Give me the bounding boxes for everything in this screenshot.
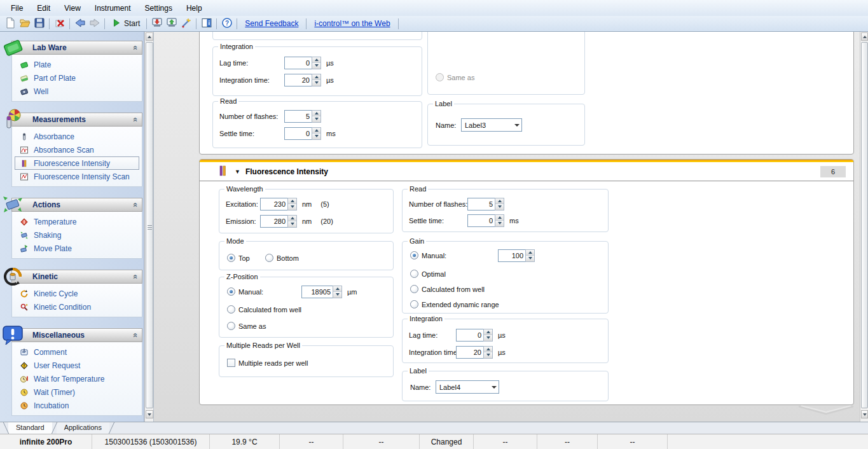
sidebar-item-fluorescence-intensity[interactable]: Fluorescence Intensity — [15, 156, 139, 170]
open-button[interactable] — [17, 17, 32, 31]
sidebar-item-absorbance[interactable]: Absorbance — [15, 130, 139, 143]
help-button[interactable]: ? — [219, 17, 234, 31]
integration-time-value[interactable]: 20 — [284, 74, 312, 86]
upload-from-instrument-button[interactable] — [164, 17, 179, 31]
spin-down-button[interactable] — [484, 335, 492, 341]
zpos-same-as-radio[interactable] — [227, 322, 235, 330]
sidebar-item-wait-for-temperature[interactable]: Wait for Temperature — [15, 372, 139, 385]
section-header-kinetic[interactable]: Kinetic « — [11, 270, 142, 284]
lag-time-spinner[interactable]: 0 — [456, 329, 493, 342]
integration-time-value[interactable]: 20 — [456, 346, 483, 359]
sidebar-item-absorbance-scan[interactable]: Absorbance Scan — [15, 143, 139, 156]
main-scrollbar[interactable] — [860, 32, 868, 422]
spin-up-button[interactable] — [312, 111, 320, 117]
spin-down-button[interactable] — [312, 134, 320, 139]
spin-down-button[interactable] — [312, 63, 320, 69]
sidebar-item-well[interactable]: Well — [15, 85, 139, 98]
tab-standard[interactable]: Standard — [8, 422, 52, 434]
spin-down-button[interactable] — [312, 80, 320, 86]
download-to-instrument-button[interactable] — [149, 17, 164, 31]
collapse-chevron-icon[interactable]: « — [132, 117, 138, 121]
gain-manual-value[interactable]: 100 — [498, 249, 525, 262]
sidebar-item-kinetic-cycle[interactable]: Kinetic Cycle — [15, 287, 139, 300]
sidebar-item-wait-timer[interactable]: Wait (Timer) — [15, 385, 139, 399]
spin-up-button[interactable] — [288, 198, 296, 205]
spin-up-button[interactable] — [484, 329, 492, 336]
zpos-manual-radio[interactable] — [227, 287, 235, 296]
settle-time-value[interactable]: 0 — [284, 127, 312, 140]
integration-time-spinner[interactable]: 20 — [456, 346, 493, 359]
label-name-combo[interactable]: Label4 — [436, 380, 499, 394]
section-header-miscellaneous[interactable]: Miscellaneous « — [11, 328, 142, 342]
flashes-spinner[interactable]: 5 — [467, 198, 504, 211]
scroll-up-button[interactable] — [146, 32, 153, 41]
settle-time-value[interactable]: 0 — [467, 214, 495, 227]
chevron-down-icon[interactable] — [512, 119, 521, 131]
sidebar-item-part-of-plate[interactable]: Part of Plate — [15, 71, 139, 85]
scrollbar-thumb[interactable] — [146, 42, 153, 408]
zpos-manual-spinner[interactable]: 18905 — [301, 286, 342, 298]
settle-time-spinner[interactable]: 0 — [284, 127, 321, 140]
spin-down-button[interactable] — [495, 204, 504, 210]
sidebar-item-user-request[interactable]: User Request — [15, 359, 139, 372]
excitation-spinner[interactable]: 230 — [260, 198, 297, 211]
menu-file[interactable]: File — [4, 3, 30, 14]
chevron-down-icon[interactable] — [489, 381, 499, 393]
spin-up-button[interactable] — [526, 250, 534, 256]
section-header-lab-ware[interactable]: Lab Ware « — [11, 41, 142, 55]
collapse-chevron-icon[interactable]: « — [132, 333, 138, 337]
zpos-manual-value[interactable]: 18905 — [301, 286, 333, 298]
emission-spinner[interactable]: 280 — [260, 215, 297, 228]
sidebar-item-comment[interactable]: Comment — [15, 345, 139, 359]
gain-manual-radio[interactable] — [410, 251, 418, 259]
sidebar-item-kinetic-condition[interactable]: Kinetic Condition — [15, 300, 139, 314]
sidebar-item-fluorescence-intensity-scan[interactable]: Fluorescence Intensity Scan — [15, 170, 139, 183]
collapse-arrow-icon[interactable]: ▼ — [235, 169, 240, 175]
integration-time-spinner[interactable]: 20 — [284, 74, 321, 86]
spin-up-button[interactable] — [495, 215, 504, 221]
menu-instrument[interactable]: Instrument — [88, 3, 138, 14]
back-button[interactable] — [72, 17, 87, 31]
scrollbar-thumb[interactable] — [861, 42, 868, 408]
spin-down-button[interactable] — [484, 352, 492, 358]
send-feedback-link[interactable]: Send Feedback — [245, 19, 298, 28]
forward-button[interactable] — [87, 17, 102, 31]
label-name-combo[interactable]: Label3 — [461, 118, 522, 132]
menu-settings[interactable]: Settings — [138, 3, 179, 14]
settle-time-spinner[interactable]: 0 — [467, 214, 504, 227]
sidebar-item-incubation[interactable]: Incubation — [15, 399, 139, 412]
section-header-measurements[interactable]: Measurements « — [11, 113, 142, 127]
lag-time-value[interactable]: 0 — [456, 329, 483, 342]
spin-down-button[interactable] — [312, 116, 320, 122]
delete-button[interactable] — [52, 17, 67, 31]
spin-up-button[interactable] — [495, 198, 504, 205]
scroll-up-button[interactable] — [861, 32, 868, 41]
section-header-actions[interactable]: Actions « — [11, 198, 142, 212]
emission-value[interactable]: 280 — [260, 215, 287, 228]
spin-down-button[interactable] — [495, 221, 504, 226]
gain-extended-radio[interactable] — [410, 300, 418, 308]
spin-up-button[interactable] — [484, 347, 492, 353]
icontrol-web-link[interactable]: i-control™ on the Web — [314, 19, 390, 28]
flashes-value[interactable]: 5 — [467, 198, 495, 211]
spin-down-button[interactable] — [288, 204, 296, 210]
collapse-chevron-icon[interactable]: « — [132, 274, 138, 279]
fluorescence-intensity-header[interactable]: ▼ Fluorescence Intensity 6 — [200, 162, 853, 181]
mode-top-radio[interactable] — [227, 254, 235, 262]
flashes-value[interactable]: 5 — [284, 110, 312, 123]
excitation-value[interactable]: 230 — [260, 198, 287, 211]
sidebar-item-temperature[interactable]: Temperature — [15, 215, 139, 228]
spin-down-button[interactable] — [288, 221, 296, 227]
scroll-down-button[interactable] — [146, 410, 153, 418]
spin-up-button[interactable] — [333, 286, 341, 293]
sidebar-item-shaking[interactable]: Shaking — [15, 228, 139, 242]
menu-view[interactable]: View — [57, 3, 88, 14]
spin-up-button[interactable] — [312, 128, 320, 134]
same-as-radio[interactable] — [436, 73, 444, 81]
mode-bottom-radio[interactable] — [265, 254, 273, 262]
lag-time-spinner[interactable]: 0 — [284, 57, 321, 69]
multiple-reads-checkbox[interactable] — [227, 359, 235, 367]
gain-manual-spinner[interactable]: 100 — [498, 249, 535, 262]
info-panel-button[interactable] — [199, 17, 214, 31]
sidebar-item-plate[interactable]: Plate — [15, 58, 139, 71]
